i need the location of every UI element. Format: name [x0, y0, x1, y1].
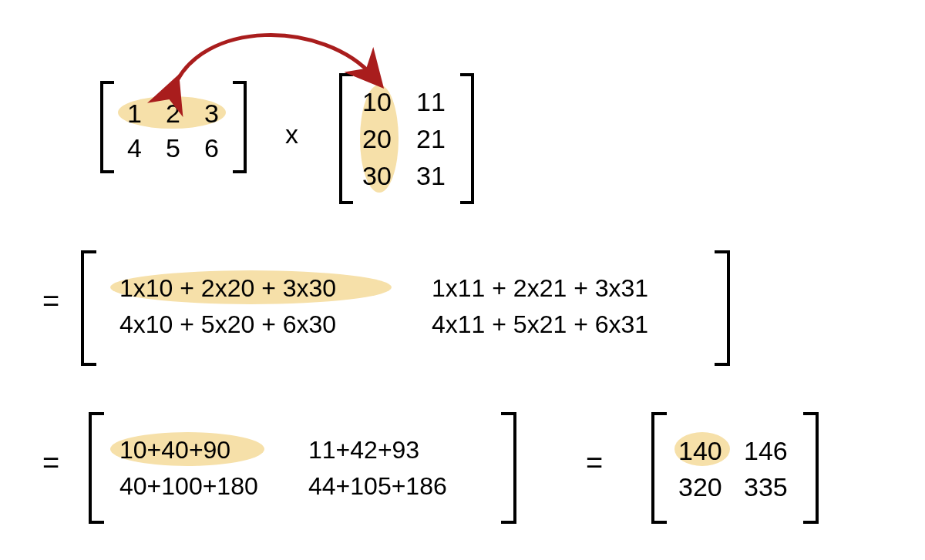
equals-3: = — [586, 447, 603, 480]
s2-r0c0: 10+40+90 — [119, 438, 230, 462]
res-r0c0: 140 — [678, 438, 722, 464]
s2-r1c0: 40+100+180 — [119, 474, 258, 498]
bracket-s1-left — [81, 250, 98, 366]
bracket-res-right — [802, 412, 819, 524]
res-r0c1: 146 — [744, 438, 788, 464]
s1-r1c0: 4x10 + 5x20 + 6x30 — [119, 312, 336, 337]
res-r1c0: 320 — [678, 474, 722, 500]
s2-r1c1: 44+105+186 — [308, 474, 447, 498]
matrix-multiplication-diagram: { "operator_times": "x", "equals": "=", … — [0, 0, 925, 560]
s1-r0c1: 1x11 + 2x21 + 3x31 — [432, 276, 648, 300]
row-col-arrow — [0, 0, 925, 231]
res-r1c1: 335 — [744, 474, 788, 500]
equals-2: = — [42, 447, 59, 480]
equals-1: = — [42, 285, 59, 318]
bracket-s2-left — [89, 412, 106, 524]
s1-r0c0: 1x10 + 2x20 + 3x30 — [119, 276, 336, 300]
bracket-s2-right — [500, 412, 516, 524]
s1-r1c1: 4x11 + 5x21 + 6x31 — [432, 312, 648, 337]
bracket-s1-right — [713, 250, 730, 366]
s2-r0c1: 11+42+93 — [308, 438, 419, 462]
bracket-res-left — [651, 412, 668, 524]
